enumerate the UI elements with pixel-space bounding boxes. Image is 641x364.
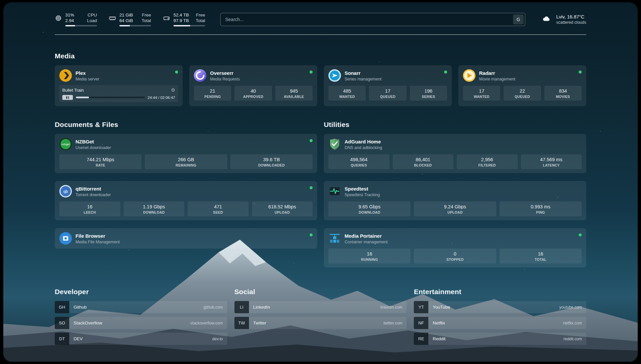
playback-time: 24:44 / 02:06:47 <box>148 96 175 100</box>
system-stat-cpu: 31%CPU 2.94Load <box>55 12 97 26</box>
ram-total-label: Total <box>141 18 151 23</box>
stat-label: UPLOAD <box>253 210 312 214</box>
bookmark-name: Github <box>74 305 87 310</box>
cpu-usage-bar <box>65 25 97 26</box>
stat-value: 16 <box>501 251 580 257</box>
stat-box: 266 GBREMAINING <box>145 154 227 169</box>
stat-value: 834 <box>546 88 580 94</box>
bookmark-abbr: SO <box>55 317 69 329</box>
section-title-documents: Documents & Files <box>55 121 317 129</box>
service-name: AdGuard Home <box>345 138 382 145</box>
service-card-portainer[interactable]: Media Portainer Container management 16R… <box>324 228 586 267</box>
stat-label: UPLOAD <box>415 210 495 214</box>
stat-label: RUNNING <box>330 258 409 261</box>
stat-label: RATE <box>61 163 140 167</box>
bookmark-row-youtube[interactable]: YT YouTube youtube.com <box>414 301 586 313</box>
service-name: Plex <box>76 70 99 76</box>
stat-value: 0 <box>415 251 495 257</box>
ram-usage-bar <box>119 25 151 26</box>
service-desc: Media server <box>76 77 99 81</box>
bookmark-row-stackoverflow[interactable]: SO StackOverflow stackoverflow.com <box>55 317 227 329</box>
bookmark-row-github[interactable]: GH Github github.com <box>55 301 227 313</box>
playback-progress-bar[interactable] <box>76 97 145 98</box>
service-card-speedtest[interactable]: Speedtest Speedtest Tracking 9.65 GbpsDO… <box>324 181 586 220</box>
service-card-overseerr[interactable]: Overseerr Media Requests 21PENDING 40APP… <box>189 65 317 106</box>
stat-box: 17WANTED <box>463 86 500 101</box>
stat-label: FILTERED <box>458 163 516 167</box>
bookmark-group-title: Entertainment <box>414 288 586 296</box>
service-card-sonarr[interactable]: Sonarr Series management 485WANTED 17QUE… <box>324 65 452 106</box>
cpu-load-value: 2.94 <box>65 18 74 23</box>
weather-widget[interactable]: Lviv, 16.87°C scattered clouds <box>540 14 586 25</box>
stat-value: 945 <box>277 88 311 94</box>
status-dot <box>310 186 313 189</box>
ram-free-label: Free <box>142 12 151 18</box>
bookmark-name: Twitter <box>253 320 266 325</box>
search-provider-button[interactable]: G <box>513 15 524 24</box>
stat-value: 2,956 <box>458 157 516 163</box>
bookmark-abbr: DT <box>55 333 69 345</box>
service-name: Overseerr <box>210 70 240 76</box>
stat-value: 17 <box>464 88 499 94</box>
stat-box: 40APPROVED <box>234 86 272 101</box>
section-title-utilities: Utilities <box>324 121 586 129</box>
stat-box: 16TOTAL <box>500 249 582 263</box>
stat-box: 618.52 MbpsUPLOAD <box>252 201 313 216</box>
adguard-icon <box>328 138 341 150</box>
service-name: Speedtest <box>345 186 380 192</box>
status-dot <box>310 71 313 74</box>
stat-value: 16 <box>330 251 409 257</box>
dashboard-window: 31%CPU 2.94Load 21 GiBFree 64 Gi <box>3 2 638 362</box>
service-card-filebrowser[interactable]: File Browser Media File Management <box>55 228 317 249</box>
cpu-load-label: Load <box>87 18 97 23</box>
bookmark-row-linkedin[interactable]: LI LinkedIn linkedin.com <box>234 301 407 313</box>
service-desc: Series management <box>345 77 382 81</box>
service-card-adguard[interactable]: AdGuard Home DNS and adblocking 498,564Q… <box>324 134 586 173</box>
stat-box: 834MOVIES <box>544 86 582 101</box>
now-playing-title: Bullet Train <box>62 88 84 93</box>
svg-text:qb: qb <box>63 189 68 194</box>
bookmark-group-title: Social <box>234 288 407 296</box>
stat-box: 945AVAILABLE <box>275 86 313 101</box>
bookmark-row-netflix[interactable]: NF Netflix netflix.com <box>414 317 586 329</box>
bookmark-url: dev.to <box>212 337 223 341</box>
bookmark-url: reddit.com <box>564 337 582 341</box>
service-name: Media Portainer <box>345 233 388 239</box>
bookmark-row-twitter[interactable]: TW Twitter twitter.com <box>234 317 407 329</box>
plex-icon <box>59 69 72 82</box>
system-stat-disk: 52.4 TBFree 97.9 TBTotal <box>163 12 205 26</box>
ram-total-value: 64 GiB <box>119 18 133 23</box>
section-utilities: Utilities AdGuard Home DNS and adblockin… <box>324 121 586 267</box>
service-card-nzbget[interactable]: nzbget NZBGet Usenet downloader 744.21 M… <box>55 134 317 173</box>
search-input[interactable] <box>220 13 525 26</box>
weather-location: Lviv, 16.87°C <box>556 14 586 19</box>
filebrowser-icon <box>59 232 72 245</box>
status-dot <box>175 71 178 74</box>
svg-text:nzbget: nzbget <box>62 143 70 146</box>
stat-box: 16RUNNING <box>328 249 411 263</box>
stat-box: 39.6 TBDOWNLOADED <box>230 154 313 169</box>
stat-value: 17 <box>370 88 405 94</box>
stat-box: 0.993 msPING <box>500 201 582 216</box>
bookmark-abbr: YT <box>414 301 428 313</box>
stat-label: DOWNLOAD <box>125 210 183 214</box>
cpu-value: 31% <box>65 12 74 18</box>
stat-label: LATENCY <box>522 163 581 167</box>
section-media: Media Plex Media server <box>55 52 586 106</box>
stat-value: 16 <box>61 204 119 210</box>
stat-box: 9.24 GbpsUPLOAD <box>414 201 496 216</box>
service-card-qbittorrent[interactable]: qb qBittorrent Torrent downloader 16LEEC… <box>55 181 317 220</box>
stat-value: 40 <box>236 88 270 94</box>
bookmark-name: Reddit <box>433 336 445 341</box>
sonarr-icon <box>328 69 341 82</box>
bookmark-row-reddit[interactable]: RE Reddit reddit.com <box>414 333 586 345</box>
service-card-radarr[interactable]: Radarr Movie management 17WANTED 22QUEUE… <box>458 65 586 106</box>
bookmark-row-dev[interactable]: DT DEV dev.to <box>55 333 227 345</box>
bookmark-url: netflix.com <box>563 321 582 325</box>
pause-button[interactable] <box>62 95 73 100</box>
settings-gear-icon[interactable]: ⚙ <box>171 87 175 93</box>
service-card-plex[interactable]: Plex Media server Bullet Train ⚙ <box>55 65 183 106</box>
service-desc: Movie management <box>479 77 515 81</box>
stat-value: 0.993 ms <box>501 204 580 210</box>
stat-label: SEED <box>189 210 247 214</box>
